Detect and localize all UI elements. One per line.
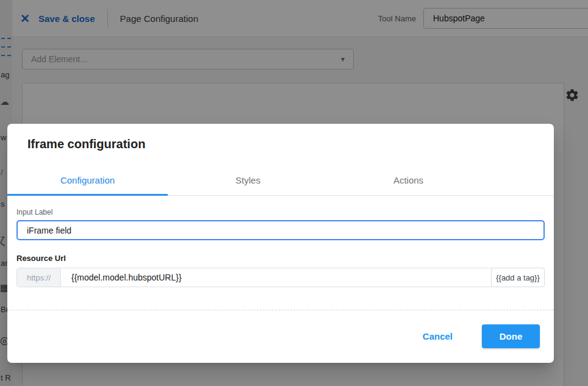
url-protocol-prefix: https://: [17, 268, 61, 287]
resource-url-group: https:// {{add a tag}}: [16, 268, 545, 287]
dialog-footer: Cancel Done: [7, 310, 554, 363]
tab-styles[interactable]: Styles: [168, 166, 328, 196]
input-label-caption: Input Label: [16, 208, 52, 216]
screen: ag ☁ w / s ζ an ▦ Bu ◎ t R ✕ Save & clos…: [0, 0, 588, 386]
done-button[interactable]: Done: [482, 324, 540, 348]
tab-actions[interactable]: Actions: [328, 166, 489, 196]
cancel-button[interactable]: Cancel: [423, 331, 453, 341]
iframe-configuration-dialog: Iframe configuration Configuration Style…: [7, 124, 554, 363]
add-a-tag-button[interactable]: {{add a tag}}: [491, 268, 545, 287]
dialog-tabs: Configuration Styles Actions: [7, 166, 554, 196]
resource-url-caption: Resource Url: [16, 254, 66, 263]
tab-configuration[interactable]: Configuration: [7, 166, 168, 196]
resource-url-field[interactable]: [61, 268, 492, 287]
dialog-title: Iframe configuration: [27, 137, 145, 151]
input-label-field[interactable]: [16, 220, 545, 240]
